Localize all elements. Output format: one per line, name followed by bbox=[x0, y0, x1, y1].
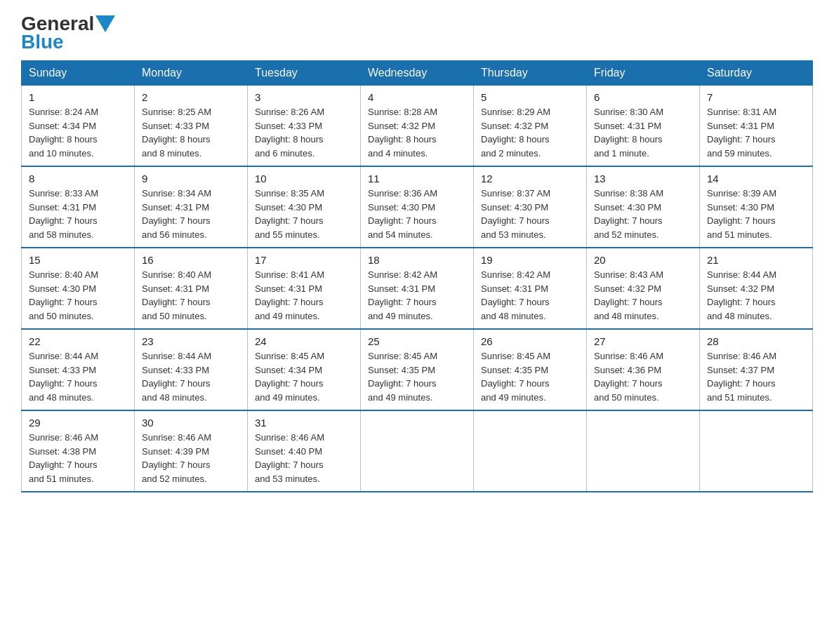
day-info: Sunrise: 8:39 AMSunset: 4:30 PMDaylight:… bbox=[707, 188, 776, 240]
calendar-cell: 14 Sunrise: 8:39 AMSunset: 4:30 PMDaylig… bbox=[700, 166, 813, 248]
day-number: 3 bbox=[255, 91, 353, 103]
day-number: 25 bbox=[368, 335, 466, 347]
calendar-cell: 15 Sunrise: 8:40 AMSunset: 4:30 PMDaylig… bbox=[22, 248, 135, 329]
day-info: Sunrise: 8:30 AMSunset: 4:31 PMDaylight:… bbox=[594, 107, 663, 159]
calendar-cell: 21 Sunrise: 8:44 AMSunset: 4:32 PMDaylig… bbox=[700, 248, 813, 329]
calendar-cell: 24 Sunrise: 8:45 AMSunset: 4:34 PMDaylig… bbox=[248, 329, 361, 410]
calendar-cell: 13 Sunrise: 8:38 AMSunset: 4:30 PMDaylig… bbox=[587, 166, 700, 248]
day-info: Sunrise: 8:46 AMSunset: 4:40 PMDaylight:… bbox=[255, 432, 324, 484]
calendar-cell: 23 Sunrise: 8:44 AMSunset: 4:33 PMDaylig… bbox=[135, 329, 248, 410]
header-monday: Monday bbox=[135, 61, 248, 86]
day-number: 10 bbox=[255, 173, 353, 185]
day-number: 19 bbox=[481, 254, 579, 266]
day-info: Sunrise: 8:26 AMSunset: 4:33 PMDaylight:… bbox=[255, 107, 324, 159]
day-number: 2 bbox=[142, 91, 240, 103]
page-header: General Blue bbox=[21, 14, 813, 53]
day-number: 5 bbox=[481, 91, 579, 103]
day-number: 22 bbox=[29, 335, 127, 347]
logo-blue: Blue bbox=[21, 31, 64, 53]
calendar-cell: 29 Sunrise: 8:46 AMSunset: 4:38 PMDaylig… bbox=[22, 410, 135, 492]
day-info: Sunrise: 8:45 AMSunset: 4:35 PMDaylight:… bbox=[481, 351, 550, 403]
calendar-cell: 7 Sunrise: 8:31 AMSunset: 4:31 PMDayligh… bbox=[700, 86, 813, 167]
calendar-week-row: 22 Sunrise: 8:44 AMSunset: 4:33 PMDaylig… bbox=[22, 329, 813, 410]
day-number: 27 bbox=[594, 335, 692, 347]
calendar-week-row: 15 Sunrise: 8:40 AMSunset: 4:30 PMDaylig… bbox=[22, 248, 813, 329]
day-info: Sunrise: 8:43 AMSunset: 4:32 PMDaylight:… bbox=[594, 269, 663, 321]
header-tuesday: Tuesday bbox=[248, 61, 361, 86]
day-info: Sunrise: 8:38 AMSunset: 4:30 PMDaylight:… bbox=[594, 188, 663, 240]
day-info: Sunrise: 8:44 AMSunset: 4:33 PMDaylight:… bbox=[142, 351, 211, 403]
day-number: 20 bbox=[594, 254, 692, 266]
day-number: 14 bbox=[707, 173, 805, 185]
calendar-week-row: 8 Sunrise: 8:33 AMSunset: 4:31 PMDayligh… bbox=[22, 166, 813, 248]
day-info: Sunrise: 8:42 AMSunset: 4:31 PMDaylight:… bbox=[368, 269, 437, 321]
day-number: 9 bbox=[142, 173, 240, 185]
calendar-week-row: 29 Sunrise: 8:46 AMSunset: 4:38 PMDaylig… bbox=[22, 410, 813, 492]
day-info: Sunrise: 8:45 AMSunset: 4:34 PMDaylight:… bbox=[255, 351, 324, 403]
calendar-cell: 1 Sunrise: 8:24 AMSunset: 4:34 PMDayligh… bbox=[22, 86, 135, 167]
day-number: 15 bbox=[29, 254, 127, 266]
day-number: 16 bbox=[142, 254, 240, 266]
day-info: Sunrise: 8:33 AMSunset: 4:31 PMDaylight:… bbox=[29, 188, 98, 240]
calendar-cell: 25 Sunrise: 8:45 AMSunset: 4:35 PMDaylig… bbox=[361, 329, 474, 410]
calendar-cell bbox=[700, 410, 813, 492]
calendar-cell: 3 Sunrise: 8:26 AMSunset: 4:33 PMDayligh… bbox=[248, 86, 361, 167]
calendar-cell: 8 Sunrise: 8:33 AMSunset: 4:31 PMDayligh… bbox=[22, 166, 135, 248]
day-number: 21 bbox=[707, 254, 805, 266]
day-number: 6 bbox=[594, 91, 692, 103]
calendar-cell: 27 Sunrise: 8:46 AMSunset: 4:36 PMDaylig… bbox=[587, 329, 700, 410]
calendar-cell: 28 Sunrise: 8:46 AMSunset: 4:37 PMDaylig… bbox=[700, 329, 813, 410]
day-info: Sunrise: 8:25 AMSunset: 4:33 PMDaylight:… bbox=[142, 107, 211, 159]
day-number: 1 bbox=[29, 91, 127, 103]
day-number: 7 bbox=[707, 91, 805, 103]
header-sunday: Sunday bbox=[22, 61, 135, 86]
calendar-cell: 30 Sunrise: 8:46 AMSunset: 4:39 PMDaylig… bbox=[135, 410, 248, 492]
calendar-cell: 19 Sunrise: 8:42 AMSunset: 4:31 PMDaylig… bbox=[474, 248, 587, 329]
day-info: Sunrise: 8:41 AMSunset: 4:31 PMDaylight:… bbox=[255, 269, 324, 321]
day-info: Sunrise: 8:42 AMSunset: 4:31 PMDaylight:… bbox=[481, 269, 550, 321]
day-number: 13 bbox=[594, 173, 692, 185]
calendar-cell: 11 Sunrise: 8:36 AMSunset: 4:30 PMDaylig… bbox=[361, 166, 474, 248]
day-info: Sunrise: 8:36 AMSunset: 4:30 PMDaylight:… bbox=[368, 188, 437, 240]
calendar-cell: 31 Sunrise: 8:46 AMSunset: 4:40 PMDaylig… bbox=[248, 410, 361, 492]
day-number: 29 bbox=[29, 417, 127, 429]
calendar-cell: 12 Sunrise: 8:37 AMSunset: 4:30 PMDaylig… bbox=[474, 166, 587, 248]
day-info: Sunrise: 8:46 AMSunset: 4:36 PMDaylight:… bbox=[594, 351, 663, 403]
day-info: Sunrise: 8:44 AMSunset: 4:32 PMDaylight:… bbox=[707, 269, 776, 321]
day-info: Sunrise: 8:34 AMSunset: 4:31 PMDaylight:… bbox=[142, 188, 211, 240]
day-number: 28 bbox=[707, 335, 805, 347]
day-info: Sunrise: 8:31 AMSunset: 4:31 PMDaylight:… bbox=[707, 107, 776, 159]
header-friday: Friday bbox=[587, 61, 700, 86]
calendar-week-row: 1 Sunrise: 8:24 AMSunset: 4:34 PMDayligh… bbox=[22, 86, 813, 167]
day-number: 18 bbox=[368, 254, 466, 266]
calendar-table: SundayMondayTuesdayWednesdayThursdayFrid… bbox=[21, 60, 813, 492]
calendar-cell: 5 Sunrise: 8:29 AMSunset: 4:32 PMDayligh… bbox=[474, 86, 587, 167]
calendar-cell: 17 Sunrise: 8:41 AMSunset: 4:31 PMDaylig… bbox=[248, 248, 361, 329]
day-info: Sunrise: 8:37 AMSunset: 4:30 PMDaylight:… bbox=[481, 188, 550, 240]
header-thursday: Thursday bbox=[474, 61, 587, 86]
calendar-cell bbox=[474, 410, 587, 492]
day-info: Sunrise: 8:46 AMSunset: 4:38 PMDaylight:… bbox=[29, 432, 98, 484]
calendar-cell: 2 Sunrise: 8:25 AMSunset: 4:33 PMDayligh… bbox=[135, 86, 248, 167]
day-info: Sunrise: 8:44 AMSunset: 4:33 PMDaylight:… bbox=[29, 351, 98, 403]
logo: General Blue bbox=[21, 14, 115, 53]
day-number: 4 bbox=[368, 91, 466, 103]
day-info: Sunrise: 8:35 AMSunset: 4:30 PMDaylight:… bbox=[255, 188, 324, 240]
day-info: Sunrise: 8:46 AMSunset: 4:37 PMDaylight:… bbox=[707, 351, 776, 403]
calendar-cell: 4 Sunrise: 8:28 AMSunset: 4:32 PMDayligh… bbox=[361, 86, 474, 167]
calendar-cell: 9 Sunrise: 8:34 AMSunset: 4:31 PMDayligh… bbox=[135, 166, 248, 248]
day-number: 17 bbox=[255, 254, 353, 266]
day-number: 11 bbox=[368, 173, 466, 185]
calendar-header-row: SundayMondayTuesdayWednesdayThursdayFrid… bbox=[22, 61, 813, 86]
calendar-cell: 18 Sunrise: 8:42 AMSunset: 4:31 PMDaylig… bbox=[361, 248, 474, 329]
calendar-cell: 20 Sunrise: 8:43 AMSunset: 4:32 PMDaylig… bbox=[587, 248, 700, 329]
svg-marker-0 bbox=[95, 15, 115, 32]
calendar-cell: 10 Sunrise: 8:35 AMSunset: 4:30 PMDaylig… bbox=[248, 166, 361, 248]
day-number: 26 bbox=[481, 335, 579, 347]
calendar-cell: 6 Sunrise: 8:30 AMSunset: 4:31 PMDayligh… bbox=[587, 86, 700, 167]
calendar-cell: 16 Sunrise: 8:40 AMSunset: 4:31 PMDaylig… bbox=[135, 248, 248, 329]
day-info: Sunrise: 8:28 AMSunset: 4:32 PMDaylight:… bbox=[368, 107, 437, 159]
header-wednesday: Wednesday bbox=[361, 61, 474, 86]
day-info: Sunrise: 8:29 AMSunset: 4:32 PMDaylight:… bbox=[481, 107, 550, 159]
calendar-cell: 26 Sunrise: 8:45 AMSunset: 4:35 PMDaylig… bbox=[474, 329, 587, 410]
